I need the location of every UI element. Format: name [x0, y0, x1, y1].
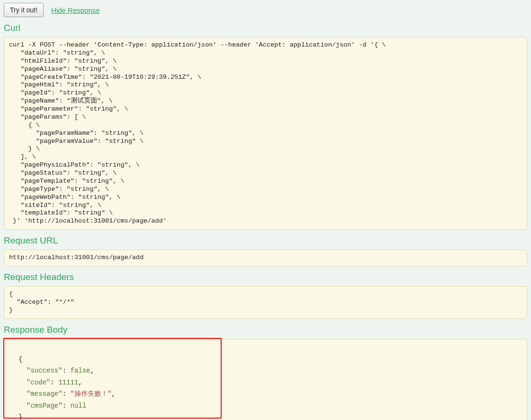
request-url-heading: Request URL — [4, 235, 527, 246]
resp-val-cmspage: null — [70, 402, 86, 410]
resp-val-success: false — [70, 367, 90, 374]
resp-val-message: "操作失败！" — [70, 390, 112, 398]
resp-key-code: "code" — [27, 379, 50, 386]
resp-key-cmspage: "cmsPage" — [27, 402, 63, 410]
request-headers-body: { "Accept": "*/*" } — [4, 286, 527, 319]
request-url-body: http://localhost:31001/cms/page/add — [4, 250, 527, 266]
resp-key-message: "message" — [27, 390, 63, 398]
response-body-block: { "success": false, "code": 11111, "mess… — [4, 339, 527, 420]
request-headers-heading: Request Headers — [4, 272, 527, 282]
top-row: Try it out! Hide Response — [4, 3, 527, 17]
curl-heading: Curl — [4, 23, 527, 33]
curl-body: curl -X POST --header 'Content-Type: app… — [4, 37, 527, 230]
resp-key-success: "success" — [27, 367, 63, 374]
response-wrapper: { "success": false, "code": 11111, "mess… — [4, 339, 527, 420]
hide-response-link[interactable]: Hide Response — [51, 6, 100, 14]
try-it-out-button[interactable]: Try it out! — [4, 3, 44, 17]
response-body-heading: Response Body — [4, 325, 527, 335]
resp-val-code: 11111 — [58, 379, 78, 386]
